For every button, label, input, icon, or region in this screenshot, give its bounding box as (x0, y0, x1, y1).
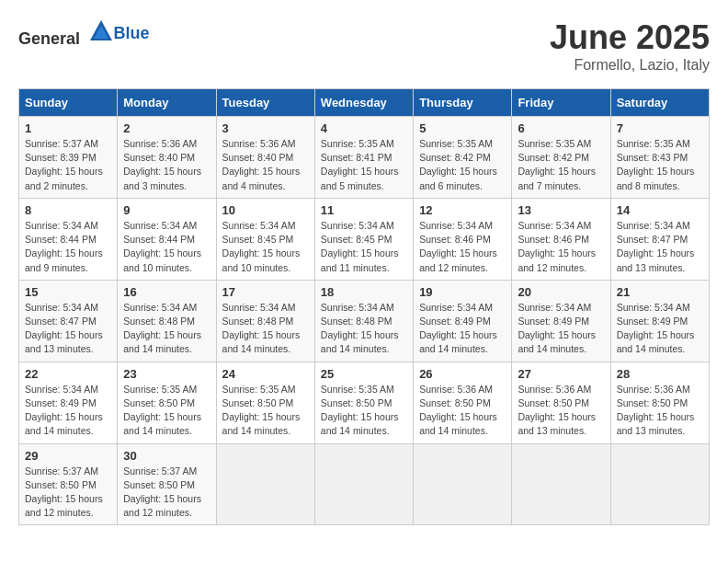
day-info: Sunrise: 5:34 AMSunset: 8:49 PMDaylight:… (25, 383, 111, 439)
day-number: 29 (25, 449, 111, 463)
day-info: Sunrise: 5:36 AMSunset: 8:40 PMDaylight:… (222, 137, 309, 193)
day-number: 18 (321, 285, 407, 299)
day-number: 9 (123, 203, 210, 217)
day-info: Sunrise: 5:34 AMSunset: 8:45 PMDaylight:… (321, 219, 407, 275)
weekday-header-sunday: Sunday (19, 89, 118, 117)
calendar-cell: 11Sunrise: 5:34 AMSunset: 8:45 PMDayligh… (314, 198, 413, 280)
calendar-cell (512, 443, 610, 525)
day-info: Sunrise: 5:36 AMSunset: 8:40 PMDaylight:… (123, 137, 210, 193)
calendar-cell (216, 443, 314, 525)
day-number: 28 (617, 367, 703, 381)
day-number: 7 (617, 121, 703, 135)
weekday-header-saturday: Saturday (610, 89, 709, 117)
calendar-cell: 10Sunrise: 5:34 AMSunset: 8:45 PMDayligh… (216, 198, 314, 280)
calendar-cell: 16Sunrise: 5:34 AMSunset: 8:48 PMDayligh… (118, 280, 216, 362)
weekday-header-row: SundayMondayTuesdayWednesdayThursdayFrid… (19, 89, 710, 117)
calendar-cell: 8Sunrise: 5:34 AMSunset: 8:44 PMDaylight… (19, 198, 118, 280)
day-number: 17 (222, 285, 309, 299)
calendar-cell: 26Sunrise: 5:36 AMSunset: 8:50 PMDayligh… (414, 362, 512, 443)
calendar-cell: 22Sunrise: 5:34 AMSunset: 8:49 PMDayligh… (19, 362, 118, 443)
day-info: Sunrise: 5:34 AMSunset: 8:48 PMDaylight:… (123, 301, 210, 357)
day-number: 11 (321, 203, 407, 217)
day-number: 12 (419, 203, 506, 217)
logo-general: General (18, 29, 80, 48)
day-info: Sunrise: 5:37 AMSunset: 8:50 PMDaylight:… (123, 465, 210, 521)
day-info: Sunrise: 5:34 AMSunset: 8:44 PMDaylight:… (25, 219, 111, 275)
weekday-header-wednesday: Wednesday (314, 89, 413, 117)
calendar-cell: 23Sunrise: 5:35 AMSunset: 8:50 PMDayligh… (118, 362, 216, 443)
weekday-header-monday: Monday (118, 89, 216, 117)
weekday-header-friday: Friday (512, 89, 610, 117)
day-number: 8 (25, 203, 111, 217)
day-number: 21 (617, 285, 703, 299)
calendar-cell: 28Sunrise: 5:36 AMSunset: 8:50 PMDayligh… (610, 362, 709, 443)
day-number: 30 (123, 449, 210, 463)
day-info: Sunrise: 5:34 AMSunset: 8:46 PMDaylight:… (518, 219, 604, 275)
calendar-cell: 30Sunrise: 5:37 AMSunset: 8:50 PMDayligh… (118, 443, 216, 525)
day-number: 4 (321, 121, 407, 135)
day-number: 6 (518, 121, 604, 135)
calendar-cell: 13Sunrise: 5:34 AMSunset: 8:46 PMDayligh… (512, 198, 610, 280)
day-info: Sunrise: 5:34 AMSunset: 8:49 PMDaylight:… (419, 301, 506, 357)
calendar-cell (414, 443, 512, 525)
calendar-week-2: 8Sunrise: 5:34 AMSunset: 8:44 PMDaylight… (19, 198, 710, 280)
calendar-week-5: 29Sunrise: 5:37 AMSunset: 8:50 PMDayligh… (19, 443, 710, 525)
day-number: 27 (518, 367, 604, 381)
day-info: Sunrise: 5:35 AMSunset: 8:42 PMDaylight:… (518, 137, 604, 193)
day-info: Sunrise: 5:34 AMSunset: 8:49 PMDaylight:… (518, 301, 604, 357)
day-info: Sunrise: 5:34 AMSunset: 8:44 PMDaylight:… (123, 219, 210, 275)
calendar-cell: 1Sunrise: 5:37 AMSunset: 8:39 PMDaylight… (19, 117, 118, 199)
day-number: 22 (25, 367, 111, 381)
calendar-cell: 7Sunrise: 5:35 AMSunset: 8:43 PMDaylight… (610, 117, 709, 199)
day-number: 16 (123, 285, 210, 299)
calendar-week-3: 15Sunrise: 5:34 AMSunset: 8:47 PMDayligh… (19, 280, 710, 362)
day-info: Sunrise: 5:35 AMSunset: 8:50 PMDaylight:… (222, 383, 309, 439)
day-info: Sunrise: 5:35 AMSunset: 8:50 PMDaylight:… (321, 383, 407, 439)
calendar-cell: 29Sunrise: 5:37 AMSunset: 8:50 PMDayligh… (19, 443, 118, 525)
day-info: Sunrise: 5:34 AMSunset: 8:47 PMDaylight:… (25, 301, 111, 357)
day-number: 2 (123, 121, 210, 135)
day-info: Sunrise: 5:36 AMSunset: 8:50 PMDaylight:… (518, 383, 604, 439)
day-info: Sunrise: 5:34 AMSunset: 8:48 PMDaylight:… (222, 301, 309, 357)
day-info: Sunrise: 5:34 AMSunset: 8:48 PMDaylight:… (321, 301, 407, 357)
logo: General Blue (18, 18, 150, 49)
day-info: Sunrise: 5:35 AMSunset: 8:43 PMDaylight:… (617, 137, 703, 193)
day-info: Sunrise: 5:36 AMSunset: 8:50 PMDaylight:… (617, 383, 703, 439)
day-number: 15 (25, 285, 111, 299)
logo-blue: Blue (114, 24, 150, 42)
day-number: 1 (25, 121, 111, 135)
calendar-cell: 27Sunrise: 5:36 AMSunset: 8:50 PMDayligh… (512, 362, 610, 443)
calendar-cell: 2Sunrise: 5:36 AMSunset: 8:40 PMDaylight… (118, 117, 216, 199)
day-number: 23 (123, 367, 210, 381)
day-info: Sunrise: 5:35 AMSunset: 8:42 PMDaylight:… (419, 137, 506, 193)
calendar-cell: 19Sunrise: 5:34 AMSunset: 8:49 PMDayligh… (414, 280, 512, 362)
day-info: Sunrise: 5:34 AMSunset: 8:46 PMDaylight:… (419, 219, 506, 275)
month-title: June 2025 (550, 18, 710, 57)
calendar-cell: 6Sunrise: 5:35 AMSunset: 8:42 PMDaylight… (512, 117, 610, 199)
calendar-table: SundayMondayTuesdayWednesdayThursdayFrid… (18, 88, 710, 525)
day-info: Sunrise: 5:34 AMSunset: 8:49 PMDaylight:… (617, 301, 703, 357)
calendar-cell: 21Sunrise: 5:34 AMSunset: 8:49 PMDayligh… (610, 280, 709, 362)
day-info: Sunrise: 5:35 AMSunset: 8:41 PMDaylight:… (321, 137, 407, 193)
day-info: Sunrise: 5:37 AMSunset: 8:50 PMDaylight:… (25, 465, 111, 521)
day-info: Sunrise: 5:34 AMSunset: 8:45 PMDaylight:… (222, 219, 309, 275)
day-info: Sunrise: 5:37 AMSunset: 8:39 PMDaylight:… (25, 137, 111, 193)
day-number: 25 (321, 367, 407, 381)
day-info: Sunrise: 5:36 AMSunset: 8:50 PMDaylight:… (419, 383, 506, 439)
day-number: 10 (222, 203, 309, 217)
calendar-cell (314, 443, 413, 525)
logo-icon (88, 18, 114, 44)
day-number: 13 (518, 203, 604, 217)
day-number: 3 (222, 121, 309, 135)
calendar-cell: 20Sunrise: 5:34 AMSunset: 8:49 PMDayligh… (512, 280, 610, 362)
day-info: Sunrise: 5:34 AMSunset: 8:47 PMDaylight:… (617, 219, 703, 275)
calendar-cell: 3Sunrise: 5:36 AMSunset: 8:40 PMDaylight… (216, 117, 314, 199)
location-title: Formello, Lazio, Italy (550, 57, 710, 74)
calendar-cell (610, 443, 709, 525)
calendar-week-4: 22Sunrise: 5:34 AMSunset: 8:49 PMDayligh… (19, 362, 710, 443)
day-number: 14 (617, 203, 703, 217)
calendar-cell: 5Sunrise: 5:35 AMSunset: 8:42 PMDaylight… (414, 117, 512, 199)
day-number: 20 (518, 285, 604, 299)
calendar-cell: 12Sunrise: 5:34 AMSunset: 8:46 PMDayligh… (414, 198, 512, 280)
day-number: 5 (419, 121, 506, 135)
